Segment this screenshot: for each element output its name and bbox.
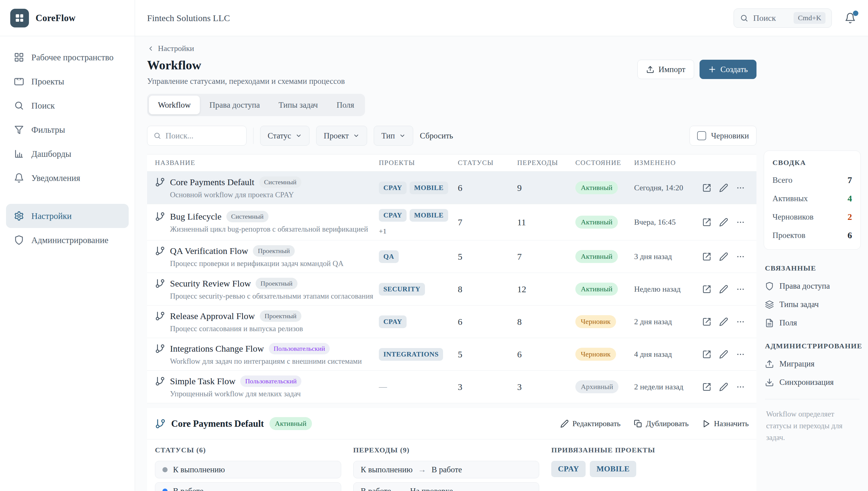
sidebar-item-label: Поиск [31, 101, 55, 111]
tab-task-types[interactable]: Типы задач [270, 96, 327, 114]
logo-area[interactable]: CoreFlow [0, 0, 135, 36]
column-header-state: СОСТОЯНИЕ [575, 159, 634, 167]
transition-item[interactable]: К выполнению → В работе [353, 461, 539, 478]
more-menu-icon[interactable] [736, 218, 745, 227]
sidebar-item-notifications[interactable]: Уведомления [6, 166, 129, 190]
status-item[interactable]: К выполнению [155, 461, 341, 478]
transitions-count: 8 [517, 317, 575, 327]
transitions-column-title: ПЕРЕХОДЫ (9) [353, 446, 539, 454]
table-row[interactable]: Release Approval Flow Проектный Процесс … [147, 306, 756, 338]
drafts-toggle-button[interactable]: Черновики [689, 126, 756, 146]
arrow-right-icon: → [418, 465, 426, 474]
sidebar-item-projects[interactable]: Проекты [6, 69, 129, 93]
summary-value: 7 [847, 175, 852, 185]
more-menu-icon[interactable] [736, 350, 745, 359]
global-search-input[interactable]: Поиск Cmd+K [734, 8, 832, 28]
edit-icon[interactable] [719, 382, 728, 392]
duplicate-workflow-button[interactable]: Дублировать [634, 419, 689, 428]
type-filter-label: Тип [381, 131, 395, 141]
duplicate-workflow-label: Дублировать [646, 419, 689, 428]
edit-icon[interactable] [719, 252, 728, 261]
table-row[interactable]: Security Review Flow Проектный Процесс s… [147, 273, 756, 306]
import-button[interactable]: Импорт [638, 60, 694, 79]
sidebar-item-label: Рабочее пространство [31, 53, 114, 62]
more-menu-icon[interactable] [736, 317, 745, 326]
notifications-button[interactable] [844, 12, 856, 24]
reset-filters-button[interactable]: Сбросить [420, 131, 453, 141]
more-menu-icon[interactable] [736, 285, 745, 294]
search-shortcut-badge: Cmd+K [794, 12, 826, 24]
copy-icon [634, 420, 642, 428]
table-row[interactable]: Integrations Change Flow Пользовательски… [147, 338, 756, 371]
summary-label: Всего [772, 176, 792, 185]
sidebar-item-settings[interactable]: Настройки [6, 204, 129, 228]
edit-icon[interactable] [719, 218, 728, 227]
drafts-checkbox[interactable] [697, 131, 706, 140]
tab-workflow[interactable]: Workflow [149, 96, 200, 114]
filter-search-input[interactable]: Поиск... [147, 126, 247, 146]
statuses-count: 3 [458, 382, 517, 392]
open-external-icon[interactable] [702, 285, 711, 294]
open-external-icon[interactable] [702, 350, 711, 359]
sidebar-item-workspace[interactable]: Рабочее пространство [6, 45, 129, 69]
project-filter-dropdown[interactable]: Проект [316, 126, 367, 146]
table-row[interactable]: QA Verification Flow Проектный Процесс п… [147, 240, 756, 273]
edit-workflow-button[interactable]: Редактировать [560, 419, 621, 428]
column-header-name: НАЗВАНИЕ [147, 159, 379, 167]
import-button-label: Импорт [658, 65, 685, 74]
state-badge: Активный [575, 215, 618, 229]
edit-workflow-label: Редактировать [572, 419, 621, 428]
open-external-icon[interactable] [702, 382, 711, 392]
open-external-icon[interactable] [702, 317, 711, 326]
more-menu-icon[interactable] [736, 382, 745, 392]
more-menu-icon[interactable] [736, 252, 745, 261]
admin-migration[interactable]: Миграция [765, 359, 860, 369]
statuses-count: 8 [458, 284, 517, 294]
transition-item[interactable]: В работе → На проверке [353, 482, 539, 491]
project-filter-label: Проект [324, 131, 349, 141]
project-chip: QA [379, 250, 399, 263]
table-row[interactable]: Simple Task Flow Пользовательский Упроще… [147, 371, 756, 403]
more-menu-icon[interactable] [736, 183, 745, 193]
edit-icon[interactable] [719, 183, 728, 193]
chevron-left-icon [147, 45, 154, 52]
admin-sync[interactable]: Синхронизация [765, 378, 860, 387]
open-external-icon[interactable] [702, 218, 711, 227]
project-chip: CPAY [379, 315, 407, 328]
sidebar-item-filters[interactable]: Фильтры [6, 118, 129, 142]
edit-icon[interactable] [719, 285, 728, 294]
transitions-count: 12 [517, 284, 575, 294]
edit-icon[interactable] [719, 317, 728, 326]
sidebar-item-search[interactable]: Поиск [6, 93, 129, 118]
create-button[interactable]: Создать [700, 60, 756, 79]
related-task-types[interactable]: Типы задач [765, 300, 860, 309]
summary-value: 2 [847, 212, 852, 222]
table-row[interactable]: Bug Lifecycle Системный Жизненный цикл b… [147, 204, 756, 240]
related-access-rights[interactable]: Права доступа [765, 281, 860, 291]
tab-fields[interactable]: Поля [328, 96, 364, 114]
statuses-count: 5 [458, 252, 517, 262]
status-filter-dropdown[interactable]: Статус [260, 126, 310, 146]
workflow-type-badge: Пользовательский [269, 343, 330, 354]
workflow-type-badge: Проектный [260, 310, 301, 322]
modified-date: Сегодня, 14:20 [634, 183, 702, 193]
project-chip: CPAY [551, 461, 586, 477]
sidebar-item-dashboards[interactable]: Дашборды [6, 142, 129, 166]
workflow-name: Simple Task Flow [170, 376, 236, 386]
workflow-description: Процесс согласования и выпуска релизов [170, 324, 373, 333]
open-external-icon[interactable] [702, 183, 711, 193]
status-item[interactable]: В работе [155, 482, 341, 491]
type-filter-dropdown[interactable]: Тип [374, 126, 413, 146]
table-row[interactable]: Core Payments Default Системный Основной… [147, 172, 756, 204]
related-fields[interactable]: Поля [765, 318, 860, 327]
no-projects-dash: — [379, 382, 387, 392]
edit-icon[interactable] [719, 350, 728, 359]
tab-access-rights[interactable]: Права доступа [200, 96, 269, 114]
breadcrumb[interactable]: Настройки [147, 44, 756, 53]
assign-workflow-button[interactable]: Назначить [702, 419, 749, 428]
sidebar-item-administration[interactable]: Администрирование [6, 228, 129, 252]
linked-projects-title: ПРИВЯЗАННЫЕ ПРОЕКТЫ [551, 446, 749, 454]
open-external-icon[interactable] [702, 252, 711, 261]
modified-date: 2 дня назад [634, 317, 702, 326]
transition-from: В работе [361, 487, 391, 491]
